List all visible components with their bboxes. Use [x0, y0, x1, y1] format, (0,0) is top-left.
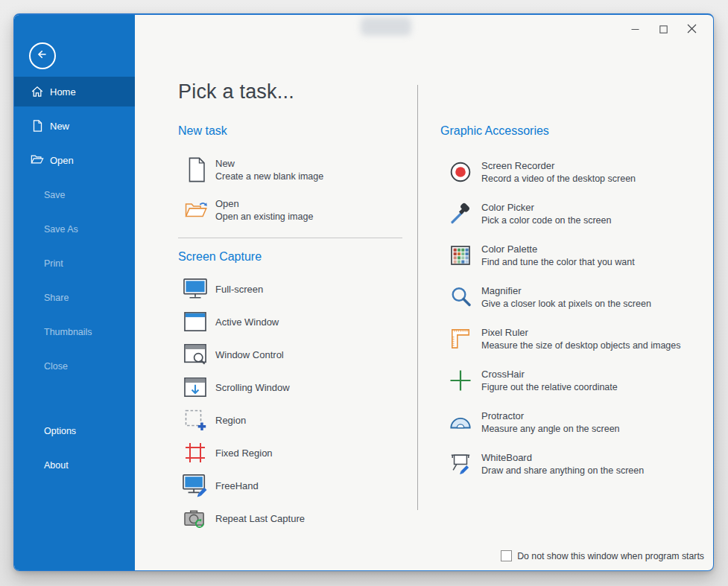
- sidebar-item-save-as[interactable]: Save As: [14, 218, 135, 241]
- capture-label: Repeat Last Capture: [215, 513, 305, 524]
- sidebar-footer-nav: Options About: [14, 420, 135, 488]
- startup-checkbox-row[interactable]: Do not show this window when program sta…: [501, 550, 704, 561]
- accessory-item-color-palette[interactable]: Color Palette Find and tune the color th…: [440, 235, 713, 276]
- sidebar-main-nav: Home New Open: [14, 77, 135, 179]
- accessory-title: Magnifier: [481, 285, 651, 296]
- capture-item-active-window[interactable]: Active Window: [178, 305, 402, 338]
- repeat-capture-icon: [181, 507, 209, 529]
- capture-item-full-screen[interactable]: Full-screen: [178, 273, 402, 305]
- back-arrow-icon: [35, 47, 50, 65]
- sidebar-item-label: Print: [44, 258, 63, 269]
- accessory-item-screen-recorder[interactable]: Screen Recorder Record a video of the de…: [440, 151, 713, 193]
- task-subtitle: Open an existing image: [215, 211, 313, 222]
- accessory-subtitle: Measure the size of desktop objects and …: [481, 340, 681, 351]
- maximize-button[interactable]: [649, 19, 677, 40]
- capture-item-region[interactable]: Region: [178, 404, 402, 436]
- task-subtitle: Create a new blank image: [215, 171, 323, 182]
- sidebar-item-close[interactable]: Close: [14, 355, 135, 378]
- task-text: Open Open an existing image: [215, 198, 313, 222]
- accessory-subtitle: Pick a color code on the screen: [481, 215, 611, 226]
- task-title: New: [215, 158, 323, 169]
- accessory-subtitle: Figure out the relative coordinate: [481, 382, 618, 392]
- redacted-window-title: [361, 17, 411, 36]
- accessory-item-pixel-ruler[interactable]: Pixel Ruler Measure the size of desktop …: [440, 318, 713, 360]
- section-heading-new-task: New task: [178, 123, 402, 139]
- sidebar: Home New Open Save Save As Print Share T…: [14, 15, 135, 570]
- sidebar-item-label: Share: [44, 293, 69, 303]
- task-title: Open: [215, 198, 313, 209]
- sidebar-item-label: Close: [44, 361, 68, 372]
- accessory-title: Pixel Ruler: [481, 327, 681, 338]
- sidebar-item-about[interactable]: About: [14, 454, 135, 477]
- sidebar-item-save[interactable]: Save: [14, 184, 135, 206]
- fixed-region-icon: [181, 442, 209, 463]
- capture-label: FreeHand: [215, 480, 259, 491]
- sidebar-item-home[interactable]: Home: [14, 77, 135, 106]
- accessory-title: Screen Recorder: [481, 160, 636, 171]
- magnifier-icon: [449, 286, 472, 308]
- back-button[interactable]: [29, 42, 56, 69]
- task-text: New Create a new blank image: [215, 158, 323, 182]
- sidebar-item-label: Open: [50, 155, 74, 166]
- sidebar-item-label: Options: [44, 426, 76, 436]
- app-window: Home New Open Save Save As Print Share T…: [13, 13, 714, 571]
- close-button[interactable]: [677, 19, 706, 40]
- capture-label: Window Control: [215, 349, 284, 360]
- sidebar-secondary-nav: Save Save As Print Share Thumbnails Clos…: [14, 184, 135, 389]
- accessory-item-protractor[interactable]: Protractor Measure any angle on the scre…: [440, 401, 713, 443]
- region-icon: [181, 409, 209, 431]
- accessory-item-crosshair[interactable]: CrossHair Figure out the relative coordi…: [440, 360, 713, 401]
- accessory-title: CrossHair: [481, 369, 618, 380]
- color-picker-icon: [449, 203, 472, 225]
- capture-item-scrolling-window[interactable]: Scrolling Window: [178, 371, 402, 404]
- sidebar-item-thumbnails[interactable]: Thumbnails: [14, 321, 135, 343]
- left-column: New task New Create a new blank image: [178, 123, 402, 535]
- minimize-button[interactable]: [621, 19, 649, 40]
- page: Pick a task... New task New Create a new…: [178, 80, 713, 570]
- sidebar-item-open[interactable]: Open: [14, 145, 135, 175]
- task-item-open[interactable]: Open Open an existing image: [178, 190, 402, 230]
- sidebar-item-label: New: [50, 121, 69, 132]
- capture-item-repeat-last-capture[interactable]: Repeat Last Capture: [178, 502, 402, 535]
- capture-label: Scrolling Window: [215, 382, 290, 393]
- color-palette-icon: [449, 245, 472, 266]
- accessory-item-magnifier[interactable]: Magnifier Give a closer look at pixels o…: [440, 276, 713, 318]
- sidebar-item-share[interactable]: Share: [14, 287, 135, 309]
- section-heading-graphic-accessories: Graphic Accessories: [440, 123, 713, 139]
- task-item-new[interactable]: New Create a new blank image: [178, 150, 402, 190]
- accessory-item-color-picker[interactable]: Color Picker Pick a color code on the sc…: [440, 193, 713, 235]
- home-icon: [31, 85, 44, 98]
- accessory-item-whiteboard[interactable]: WhiteBoard Draw and share anything on th…: [440, 443, 713, 485]
- capture-label: Fixed Region: [215, 448, 273, 459]
- new-task-list: New Create a new blank image Open Open a…: [178, 150, 402, 230]
- right-column: Graphic Accessories Screen Recorder Reco…: [440, 123, 713, 535]
- accessory-title: Color Picker: [481, 202, 611, 213]
- protractor-icon: [449, 415, 472, 430]
- accessory-text: Pixel Ruler Measure the size of desktop …: [481, 327, 681, 351]
- maximize-icon: [659, 23, 668, 36]
- new-document-icon: [31, 119, 44, 133]
- capture-item-window-control[interactable]: Window Control: [178, 338, 402, 371]
- accessory-text: Screen Recorder Record a video of the de…: [481, 160, 636, 184]
- capture-item-fixed-region[interactable]: Fixed Region: [178, 436, 402, 469]
- capture-item-freehand[interactable]: FreeHand: [178, 469, 402, 502]
- capture-label: Full-screen: [215, 284, 263, 295]
- content-area: Pick a task... New task New Create a new…: [135, 15, 713, 570]
- crosshair-icon: [449, 369, 472, 392]
- screen-recorder-icon: [449, 161, 472, 183]
- do-not-show-checkbox[interactable]: [501, 550, 512, 561]
- sidebar-item-new[interactable]: New: [14, 111, 135, 141]
- accessory-subtitle: Record a video of the desktop screen: [481, 173, 636, 184]
- accessory-text: Magnifier Give a closer look at pixels o…: [481, 285, 651, 309]
- fullscreen-capture-icon: [181, 278, 209, 300]
- sidebar-item-label: Home: [50, 86, 76, 98]
- minimize-icon: [631, 23, 639, 36]
- whiteboard-icon: [449, 452, 472, 476]
- accessory-title: Color Palette: [481, 243, 635, 255]
- sidebar-item-print[interactable]: Print: [14, 252, 135, 275]
- accessory-subtitle: Draw and share anything on the screen: [481, 465, 644, 476]
- sidebar-item-options[interactable]: Options: [14, 420, 135, 442]
- open-image-icon: [184, 199, 209, 221]
- graphic-accessories-list: Screen Recorder Record a video of the de…: [440, 151, 713, 485]
- accessory-text: WhiteBoard Draw and share anything on th…: [481, 452, 644, 476]
